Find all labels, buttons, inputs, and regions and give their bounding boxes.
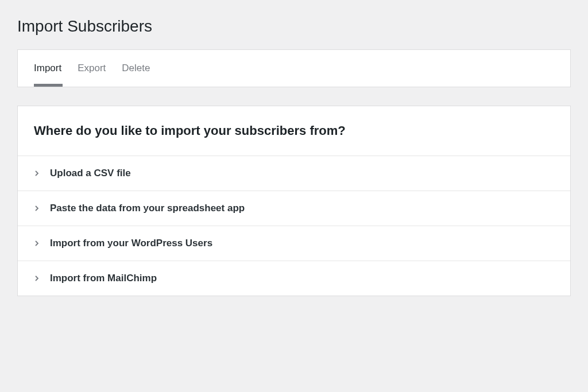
- page-title: Import Subscribers: [17, 17, 571, 36]
- chevron-right-icon: [34, 240, 40, 246]
- option-wordpress-users[interactable]: Import from your WordPress Users: [18, 226, 570, 261]
- panel-heading: Where do you like to import your subscri…: [34, 123, 554, 138]
- option-label: Import from MailChimp: [50, 273, 157, 284]
- chevron-right-icon: [34, 170, 40, 176]
- tabs: Import Export Delete: [34, 50, 554, 87]
- option-upload-csv[interactable]: Upload a CSV file: [18, 156, 570, 191]
- import-panel: Where do you like to import your subscri…: [17, 106, 571, 296]
- option-label: Import from your WordPress Users: [50, 238, 212, 249]
- option-label: Paste the data from your spreadsheet app: [50, 203, 245, 214]
- tab-export[interactable]: Export: [78, 50, 106, 87]
- tab-import[interactable]: Import: [34, 50, 61, 87]
- chevron-right-icon: [34, 275, 40, 281]
- panel-header: Where do you like to import your subscri…: [18, 106, 570, 156]
- tabs-container: Import Export Delete: [17, 49, 571, 87]
- tab-delete[interactable]: Delete: [122, 50, 150, 87]
- option-label: Upload a CSV file: [50, 168, 131, 179]
- option-paste-spreadsheet[interactable]: Paste the data from your spreadsheet app: [18, 191, 570, 226]
- option-mailchimp[interactable]: Import from MailChimp: [18, 261, 570, 296]
- chevron-right-icon: [34, 205, 40, 211]
